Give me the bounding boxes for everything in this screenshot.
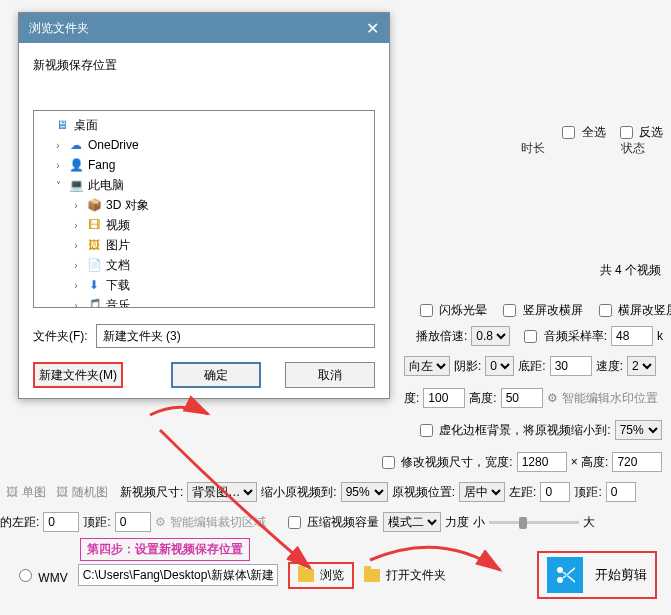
random-img-label: 随机图 <box>72 484 108 501</box>
folder-icon <box>298 569 314 582</box>
new-size-select[interactable]: 背景图… <box>187 482 257 502</box>
folder-icon <box>364 569 380 582</box>
force-slider[interactable] <box>489 521 579 524</box>
tree-item[interactable]: ›🖼图片 <box>34 235 374 255</box>
tree-item[interactable]: ›☁OneDrive <box>34 135 374 155</box>
scissors-icon <box>547 557 583 593</box>
new-folder-button[interactable]: 新建文件夹(M) <box>33 362 123 388</box>
height-input[interactable] <box>501 388 543 408</box>
modify-size-checkbox[interactable]: 修改视频尺寸，宽度: <box>378 453 513 472</box>
big-label: 大 <box>583 514 595 531</box>
orig-pos-label: 原视频位置: <box>392 484 455 501</box>
top-margin2-input[interactable] <box>115 512 151 532</box>
dialog-subtitle: 新视频保存位置 <box>33 57 375 74</box>
tree-item[interactable]: ›👤Fang <box>34 155 374 175</box>
virtual-border-pct-select[interactable]: 75% <box>615 420 662 440</box>
tree-item[interactable]: ˅💻此电脑 <box>34 175 374 195</box>
force-label: 力度 <box>445 514 469 531</box>
landscape-to-portrait-checkbox[interactable]: 横屏改竖屏 <box>595 301 671 320</box>
start-edit-button[interactable]: 开始剪辑 <box>595 566 647 584</box>
save-path-input[interactable] <box>78 564 278 586</box>
tree-item[interactable]: ›📄文档 <box>34 255 374 275</box>
folder-tree[interactable]: 🖥桌面›☁OneDrive›👤Fang˅💻此电脑›📦3D 对象›🎞视频›🖼图片›… <box>33 110 375 308</box>
shrink-label: 缩小原视频到: <box>261 484 336 501</box>
play-speed-label: 播放倍速: <box>416 328 467 345</box>
folder-field-label: 文件夹(F): <box>33 328 88 345</box>
col-status: 状态 <box>603 140 663 157</box>
annotation-step4: 第四步：设置新视频保存位置 <box>80 538 250 561</box>
width-input[interactable] <box>423 388 465 408</box>
gear-icon: ⚙ <box>547 391 558 405</box>
direction-select[interactable]: 向左 <box>404 356 450 376</box>
single-img-label: 单图 <box>22 484 46 501</box>
shrink-select[interactable]: 95% <box>341 482 388 502</box>
tree-item[interactable]: ›📦3D 对象 <box>34 195 374 215</box>
open-folder-button[interactable]: 打开文件夹 <box>386 567 446 584</box>
cancel-button[interactable]: 取消 <box>285 362 375 388</box>
portrait-to-landscape-checkbox[interactable]: 竖屏改横屏 <box>499 301 582 320</box>
small-label: 小 <box>473 514 485 531</box>
tree-item[interactable]: ›🎵音乐 <box>34 295 374 308</box>
select-all-checkbox[interactable]: 全选 <box>558 123 605 142</box>
top-margin-label: 顶距: <box>574 484 601 501</box>
bottom-margin-label: 底距: <box>518 358 545 375</box>
tree-item[interactable]: 🖥桌面 <box>34 115 374 135</box>
top-margin2-label: 顶距: <box>83 514 110 531</box>
wmv-radio[interactable]: WMV <box>14 566 68 585</box>
table-header: 时长 状态 <box>503 140 663 157</box>
video-count-label: 共 4 个视频 <box>600 262 661 279</box>
dialog-title: 浏览文件夹 <box>29 20 89 37</box>
folder-name-input[interactable] <box>96 324 375 348</box>
play-speed-select[interactable]: 0.8 <box>471 326 510 346</box>
audio-rate-unit: k <box>657 329 663 343</box>
flash-halo-checkbox[interactable]: 闪烁光晕 <box>416 301 487 320</box>
smart-crop-label: 智能编辑裁切区域 <box>170 514 266 531</box>
mod-x-label: × 高度: <box>571 454 609 471</box>
bottom-margin-input[interactable] <box>550 356 592 376</box>
speed-select[interactable]: 2 <box>627 356 656 376</box>
mode-select[interactable]: 模式二 <box>383 512 441 532</box>
smart-watermark-label: 智能编辑水印位置 <box>562 390 658 407</box>
invert-selection-checkbox[interactable]: 反选 <box>616 123 663 142</box>
tree-item[interactable]: ›🎞视频 <box>34 215 374 235</box>
image-icon: 🖼 <box>6 485 18 499</box>
audio-rate-checkbox[interactable]: 音频采样率: <box>520 327 607 346</box>
audio-rate-input[interactable] <box>611 326 653 346</box>
svg-point-1 <box>557 577 563 583</box>
virtual-border-checkbox[interactable]: 虚化边框背景，将原视频缩小到: <box>416 421 611 440</box>
left-margin-label: 左距: <box>509 484 536 501</box>
gear-icon: ⚙ <box>155 515 166 529</box>
col-duration: 时长 <box>503 140 563 157</box>
mod-height-input[interactable] <box>612 452 662 472</box>
svg-point-0 <box>557 567 563 573</box>
image-icon: 🖼 <box>56 485 68 499</box>
left-margin2-input[interactable] <box>43 512 79 532</box>
height-label: 高度: <box>469 390 496 407</box>
new-size-label: 新视频尺寸: <box>120 484 183 501</box>
mod-width-input[interactable] <box>517 452 567 472</box>
tree-item[interactable]: ›⬇下载 <box>34 275 374 295</box>
orig-pos-select[interactable]: 居中 <box>459 482 505 502</box>
browse-folder-dialog: 浏览文件夹 ✕ 新视频保存位置 🖥桌面›☁OneDrive›👤Fang˅💻此电脑… <box>18 12 390 399</box>
top-margin-input[interactable] <box>606 482 636 502</box>
ok-button[interactable]: 确定 <box>171 362 261 388</box>
left-margin-input[interactable] <box>540 482 570 502</box>
browse-button[interactable]: 浏览 <box>320 567 344 584</box>
compress-checkbox[interactable]: 压缩视频容量 <box>284 513 379 532</box>
speed-label: 速度: <box>596 358 623 375</box>
close-icon[interactable]: ✕ <box>366 19 379 38</box>
shadow-label: 阴影: <box>454 358 481 375</box>
shadow-select[interactable]: 0 <box>485 356 514 376</box>
left-margin2-label: 的左距: <box>0 514 39 531</box>
width-label: 度: <box>404 390 419 407</box>
